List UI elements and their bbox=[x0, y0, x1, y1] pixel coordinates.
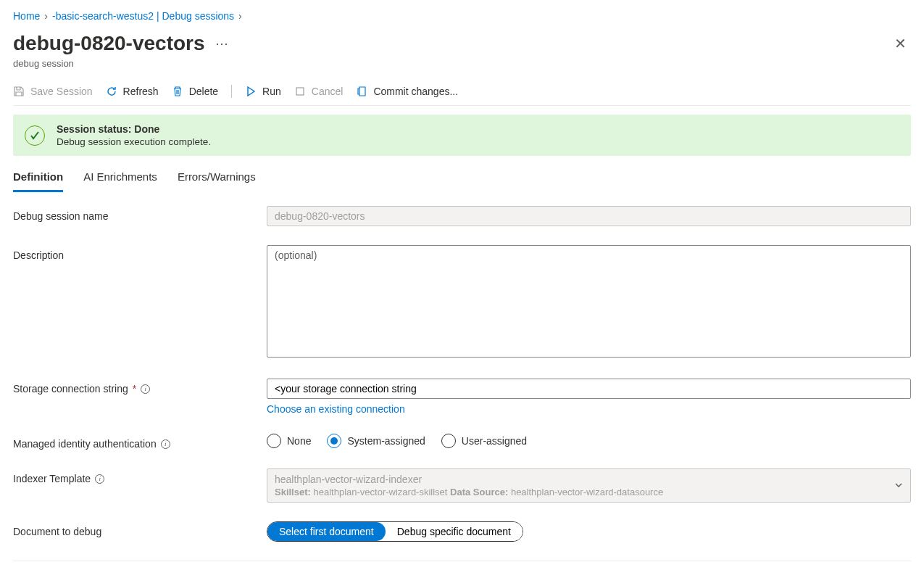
chevron-down-icon bbox=[894, 480, 903, 492]
close-icon[interactable]: ✕ bbox=[890, 30, 911, 57]
delete-label: Delete bbox=[189, 86, 218, 97]
run-button[interactable]: Run bbox=[245, 86, 281, 97]
indexer-settings-accordion: Indexer Settings bbox=[13, 561, 911, 570]
page-title: debug-0820-vectors bbox=[13, 32, 205, 55]
save-session-button[interactable]: Save Session bbox=[13, 86, 93, 97]
radio-none[interactable]: None bbox=[267, 434, 311, 448]
run-label: Run bbox=[262, 86, 281, 97]
indexer-template-label: Indexer Template bbox=[13, 473, 91, 484]
refresh-label: Refresh bbox=[123, 86, 159, 97]
description-label: Description bbox=[13, 245, 267, 261]
indexer-template-name: healthplan-vector-wizard-indexer bbox=[275, 474, 888, 485]
radio-user-assigned[interactable]: User-assigned bbox=[441, 434, 527, 448]
indexer-template-details: Skillset: healthplan-vector-wizard-skill… bbox=[275, 487, 888, 497]
radio-system-label: System-assigned bbox=[347, 435, 425, 447]
pill-debug-specific-document[interactable]: Debug specific document bbox=[386, 522, 523, 541]
breadcrumb-service[interactable]: -basic-search-westus2 | Debug sessions bbox=[52, 10, 234, 22]
cancel-button[interactable]: Cancel bbox=[294, 86, 344, 97]
breadcrumb-home[interactable]: Home bbox=[13, 10, 40, 22]
required-indicator: * bbox=[133, 383, 136, 395]
refresh-icon bbox=[106, 86, 117, 97]
status-banner: Session status: Done Debug session execu… bbox=[13, 115, 911, 156]
save-session-label: Save Session bbox=[30, 86, 93, 97]
info-icon[interactable]: i bbox=[141, 384, 150, 394]
toolbar-separator bbox=[231, 85, 232, 98]
managed-identity-label: Managed identity authentication bbox=[13, 438, 157, 450]
radio-system-assigned[interactable]: System-assigned bbox=[327, 434, 425, 448]
document-debug-toggle: Select first document Debug specific doc… bbox=[267, 521, 523, 542]
more-actions-icon[interactable]: ⋯ bbox=[215, 36, 230, 51]
tab-ai-enrichments[interactable]: AI Enrichments bbox=[83, 166, 157, 192]
stop-icon bbox=[294, 86, 306, 97]
breadcrumb: Home › -basic-search-westus2 | Debug ses… bbox=[13, 10, 911, 22]
success-icon bbox=[25, 125, 45, 146]
document-to-debug-label: Document to debug bbox=[13, 521, 267, 537]
choose-existing-connection-link[interactable]: Choose an existing connection bbox=[267, 403, 405, 415]
radio-none-label: None bbox=[287, 435, 311, 447]
cancel-label: Cancel bbox=[312, 86, 344, 97]
commit-label: Commit changes... bbox=[373, 86, 458, 97]
tabs: Definition AI Enrichments Errors/Warning… bbox=[13, 166, 911, 193]
indexer-template-dropdown[interactable]: healthplan-vector-wizard-indexer Skillse… bbox=[267, 468, 911, 503]
session-name-input[interactable] bbox=[267, 206, 911, 226]
svg-rect-0 bbox=[296, 88, 304, 95]
toolbar: Save Session Refresh Delete Run Cancel C… bbox=[13, 85, 911, 106]
radio-user-label: User-assigned bbox=[462, 435, 527, 447]
info-icon[interactable]: i bbox=[161, 439, 170, 449]
description-textarea[interactable] bbox=[267, 245, 911, 358]
chevron-right-icon: › bbox=[238, 10, 242, 22]
definition-form: Debug session name Description Storage c… bbox=[13, 206, 911, 570]
status-title: Session status: Done bbox=[57, 123, 211, 135]
commit-changes-button[interactable]: Commit changes... bbox=[356, 86, 458, 97]
save-icon bbox=[13, 86, 25, 97]
commit-icon bbox=[356, 86, 367, 97]
pill-select-first-document[interactable]: Select first document bbox=[267, 522, 386, 541]
play-icon bbox=[245, 86, 257, 97]
delete-icon bbox=[172, 86, 183, 97]
chevron-right-icon: › bbox=[44, 10, 48, 22]
tab-definition[interactable]: Definition bbox=[13, 166, 63, 192]
connection-string-input[interactable] bbox=[267, 379, 911, 399]
page-subtitle: debug session bbox=[13, 58, 911, 69]
delete-button[interactable]: Delete bbox=[172, 86, 218, 97]
tab-errors-warnings[interactable]: Errors/Warnings bbox=[178, 166, 256, 192]
connection-string-label: Storage connection string bbox=[13, 383, 128, 395]
session-name-label: Debug session name bbox=[13, 206, 267, 222]
info-icon[interactable]: i bbox=[95, 474, 104, 484]
refresh-button[interactable]: Refresh bbox=[106, 86, 159, 97]
status-message: Debug session execution complete. bbox=[57, 136, 211, 147]
